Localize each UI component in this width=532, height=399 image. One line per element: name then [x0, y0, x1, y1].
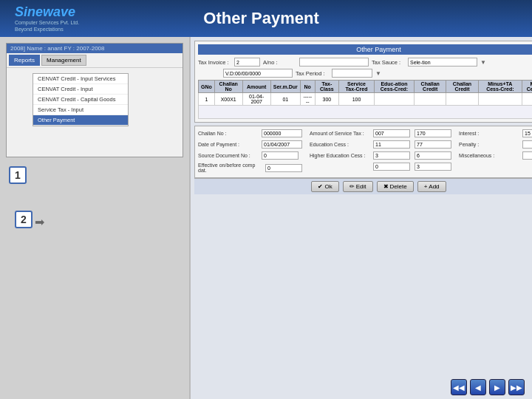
- pd-col-mid: Amount of Service Tax : Education Cess :…: [310, 129, 451, 174]
- dropdown-item-4[interactable]: Other Payment: [33, 115, 128, 126]
- col-challan: Challan No: [214, 81, 242, 93]
- higher-edu-input2[interactable]: [415, 151, 451, 160]
- extra-input[interactable]: [265, 164, 302, 172]
- edit-label: Edit: [356, 183, 366, 190]
- dropdown-item-3[interactable]: Service Tax - Input: [33, 105, 128, 115]
- ok-button[interactable]: ✔ Ok: [311, 181, 338, 192]
- cell-service: 100: [339, 93, 375, 106]
- add-label: Add: [429, 183, 439, 190]
- bottom-toolbar: ✔ Ok ✏ Edit ✖ Delete + Add: [194, 178, 532, 194]
- cell-sermdur: 01: [270, 93, 300, 106]
- topbar: 2008] Name : anant FY : 2007-2008: [7, 44, 183, 53]
- ano-input[interactable]: [299, 58, 369, 66]
- payment-detail: Challan No : Date of Payment : Source Do…: [194, 126, 532, 178]
- left-panel: 2008] Name : anant FY : 2007-2008 Report…: [0, 37, 191, 399]
- table-row: 1 X00X1 01-04-2007 01 ------- 300 100: [199, 93, 533, 106]
- pd-col-right: Interest : Penalty : Miscellaneous :: [459, 129, 532, 174]
- col-amount: Amount: [242, 81, 270, 93]
- table-row-empty: [199, 106, 533, 119]
- logo: Sinewave Computer Services Pvt. Ltd. Bey…: [15, 4, 79, 33]
- col-service: Service Tax-Cred: [339, 81, 375, 93]
- cell-filing: [374, 93, 414, 106]
- extra2-input1[interactable]: [373, 163, 410, 171]
- source-doc-label: Source Document No :: [198, 153, 257, 158]
- cell-taxclass: 300: [315, 93, 339, 106]
- pd-row-extra: Effective on/before comp dat.: [198, 163, 302, 173]
- logo-sub1: Computer Services Pvt. Ltd.: [15, 20, 79, 26]
- misc-label: Miscellaneous :: [459, 153, 518, 158]
- amount-st-input1[interactable]: [373, 129, 410, 137]
- interest-input[interactable]: [522, 129, 532, 137]
- menu-management[interactable]: Management: [41, 55, 86, 66]
- delete-button[interactable]: ✖ Delete: [377, 181, 414, 192]
- edu-cess-label: Education Cess :: [310, 142, 369, 147]
- top-form: Other Payment Tax Invoice : A/no : Tax S…: [194, 41, 532, 123]
- pd-row-misc: Miscellaneous :: [459, 151, 532, 160]
- challan-no-input[interactable]: [262, 129, 302, 137]
- date-payment-label: Date of Payment :: [198, 142, 257, 147]
- edu-cess-input2[interactable]: [415, 140, 451, 149]
- pd-row-amountst: Amount of Service Tax :: [310, 129, 451, 137]
- higher-edu-label: Higher Education Cess :: [310, 153, 369, 158]
- date-input[interactable]: [223, 69, 293, 78]
- col-challanc2: Challan Credit: [446, 81, 478, 93]
- col-gno: GNo: [199, 81, 215, 93]
- delete-icon: ✖: [383, 183, 389, 190]
- penalty-label: Penalty :: [459, 142, 518, 147]
- pd-row-sourcedoc: Source Document No :: [198, 151, 302, 160]
- dropdown-item-0[interactable]: CENVAT Credit - Input Services: [33, 74, 128, 84]
- arrow-2: ➡: [35, 215, 44, 229]
- nav-last-button[interactable]: ▶▶: [508, 379, 525, 395]
- label-2: 2: [15, 211, 33, 228]
- form-row-2: Tax Period : ▼: [198, 69, 532, 78]
- higher-edu-input1[interactable]: [373, 151, 410, 160]
- tax-invoice-input[interactable]: [234, 58, 260, 66]
- pd-row-penalty: Penalty :: [459, 140, 532, 149]
- edu-cess-input1[interactable]: [373, 140, 410, 149]
- cell-mata: [522, 93, 533, 106]
- extra2-input2[interactable]: [415, 163, 451, 171]
- nav-footer: ◀◀ ◀ ▶ ▶▶: [451, 379, 525, 395]
- delete-label: Delete: [390, 183, 407, 190]
- tax-sauce-label: Tax Sauce :: [372, 59, 405, 66]
- pd-row-date: Date of Payment :: [198, 140, 302, 149]
- ok-label: Ok: [324, 183, 332, 190]
- menubar: Reports Management: [7, 53, 183, 68]
- nav-next-button[interactable]: ▶: [489, 379, 505, 395]
- tax-sauce-input[interactable]: [408, 58, 477, 66]
- source-doc-input[interactable]: [262, 151, 299, 160]
- dropdown-item-1[interactable]: CENVAT Credit - Input: [33, 84, 128, 95]
- nav-first-button[interactable]: ◀◀: [451, 379, 467, 395]
- logo-sub2: Beyond Expectations: [15, 27, 79, 33]
- col-filing: Educ-ation Cess-Cred:: [374, 81, 414, 93]
- dropdown-menu: CENVAT Credit - Input Services CENVAT Cr…: [33, 73, 129, 126]
- cell-amount: 01-04-2007: [242, 93, 270, 106]
- pd-row-interest: Interest :: [459, 129, 532, 137]
- date-payment-input[interactable]: [262, 140, 302, 149]
- penalty-input[interactable]: [522, 140, 532, 149]
- cell-gno: 1: [199, 93, 215, 106]
- extra-label: Effective on/before comp dat.: [198, 163, 261, 173]
- add-button[interactable]: + Add: [417, 181, 446, 192]
- cell-c1: [415, 93, 446, 106]
- pd-row-edcess: Education Cess :: [310, 140, 451, 149]
- dropdown-item-2[interactable]: CENVAT Credit - Capital Goods: [33, 95, 128, 105]
- logo-sinewave: Sinewave: [15, 4, 79, 20]
- menu-reports[interactable]: Reports: [9, 55, 40, 66]
- tax-invoice-label: Tax Invoice :: [198, 59, 231, 66]
- nav-prev-button[interactable]: ◀: [470, 379, 486, 395]
- cell-minus: [478, 93, 522, 106]
- amount-st-input2[interactable]: [415, 129, 451, 137]
- pd-row-highedu: Higher Education Cess :: [310, 151, 451, 160]
- edit-icon: ✏: [349, 183, 355, 190]
- amount-st-label: Amount of Service Tax :: [310, 131, 369, 136]
- edit-button[interactable]: ✏ Edit: [343, 181, 373, 192]
- col-minus: Minus+TA Cess-Cred:: [478, 81, 522, 93]
- cell-no: -------: [300, 93, 315, 106]
- challan-no-label: Challan No :: [198, 131, 257, 136]
- misc-input[interactable]: [522, 151, 532, 160]
- right-panel: Other Payment Tax Invoice : A/no : Tax S…: [191, 37, 532, 399]
- pd-row-extra2: [310, 163, 451, 171]
- tax-period-input[interactable]: [332, 69, 372, 78]
- pd-col-left: Challan No : Date of Payment : Source Do…: [198, 129, 302, 174]
